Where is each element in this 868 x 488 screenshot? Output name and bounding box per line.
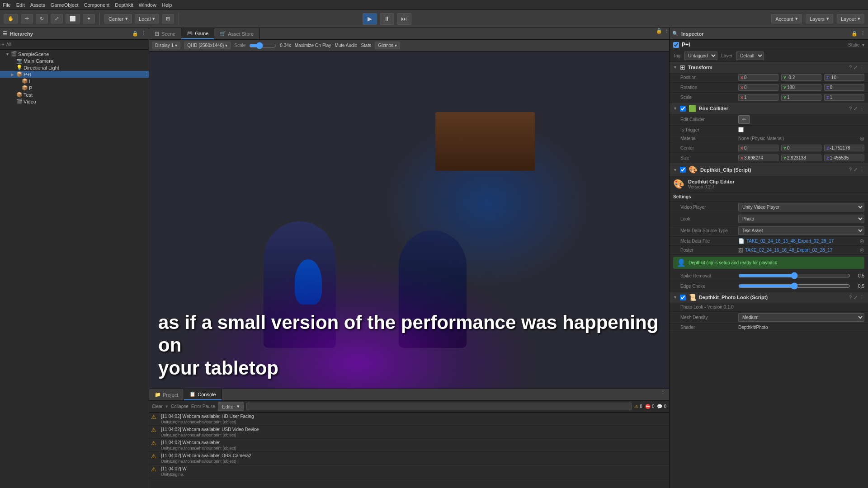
console-row-4[interactable]: ⚠ [11:04:02] W UnityEngine. [149,465,669,478]
layers-dropdown[interactable]: Layers ▾ [806,14,833,23]
rot-x-input[interactable] [744,85,762,90]
edit-collider-btn[interactable]: ✏ [738,115,750,124]
transform-more-icon[interactable]: ⋮ [859,65,864,70]
look-dropdown[interactable]: Photo [738,215,864,223]
layout-dropdown[interactable]: Layout ▾ [837,14,864,23]
menu-help[interactable]: Help [162,2,172,8]
play-button[interactable]: ▶ [363,13,377,25]
maximize-on-play-btn[interactable]: Maximize On Play [295,43,331,48]
mesh-density-dropdown[interactable]: Medium [738,313,864,322]
scale-y-input[interactable] [787,95,805,100]
box-collider-more-icon[interactable]: ⋮ [859,106,864,112]
edge-choke-slider[interactable] [738,282,850,290]
depthkit-clip-enabled[interactable] [680,167,686,173]
hier-pl-more[interactable]: ⋮ [144,71,149,77]
hierarchy-more-icon[interactable]: ⋮ [141,31,146,37]
pos-y-input[interactable] [787,75,805,80]
box-collider-header[interactable]: ▼ 🟩 Box Collider ? ⤢ ⋮ [670,103,868,114]
account-dropdown[interactable]: Account ▾ [771,14,802,23]
box-collider-expand-icon[interactable]: ⤢ [854,106,858,112]
mute-audio-btn[interactable]: Mute Audio [335,43,357,48]
static-dropdown-arrow[interactable]: ▾ [862,42,864,47]
clear-btn[interactable]: Clear [152,404,163,409]
depthkit-photo-expand-icon[interactable]: ⤢ [854,295,858,300]
is-trigger-checkbox[interactable] [738,127,744,132]
inspector-more-icon[interactable]: ⋮ [860,31,865,37]
menu-edit[interactable]: Edit [16,2,25,8]
console-row-0[interactable]: ⚠ [11:04:02] Webcam available: HD User F… [149,413,669,426]
depthkit-photo-more-icon[interactable]: ⋮ [859,295,864,300]
add-hierarchy-btn[interactable]: + [2,42,5,47]
meta-source-dropdown[interactable]: Text Asset [738,226,864,235]
pos-x-input[interactable] [744,75,762,80]
transform-header[interactable]: ▼ ⊞ Transform ? ⤢ ⋮ [670,62,868,73]
material-circle-icon[interactable]: ◎ [860,136,864,141]
step-button[interactable]: ⏭ [397,13,411,25]
menu-component[interactable]: Component [84,2,109,8]
tabs-more[interactable]: ⋮ [664,28,669,39]
hier-video[interactable]: 🎬 Video [0,98,149,105]
tab-lock[interactable]: 🔒 [656,28,662,39]
hier-sample-scene[interactable]: ▼ 🎬 SampleScene [0,51,149,57]
scale-slider[interactable] [249,42,276,49]
inspector-lock-icon[interactable]: 🔒 [851,31,858,37]
resolution-dropdown[interactable]: QHD (2560x1440) ▾ [184,42,231,49]
hier-p-plus-l[interactable]: ▶ 📦 P+l ⋮ [0,71,149,78]
tab-console[interactable]: 📋 Console [184,389,222,400]
depthkit-clip-more-icon[interactable]: ⋮ [859,167,864,173]
pos-z-input[interactable] [830,75,848,80]
layer-dropdown[interactable]: Default [736,52,764,60]
transform-expand-icon[interactable]: ⤢ [854,65,858,70]
tool-hand[interactable]: ✋ [4,14,18,23]
hierarchy-lock-icon[interactable]: 🔒 [132,31,138,37]
scale-z-input[interactable] [830,95,848,100]
menu-assets[interactable]: Assets [30,2,45,8]
console-row-3[interactable]: ⚠ [11:04:02] Webcam available: OBS-Camer… [149,452,669,465]
menu-file[interactable]: File [3,2,11,8]
hier-l[interactable]: 📦 l [0,78,149,84]
hier-main-camera[interactable]: 📷 Main Camera [0,57,149,64]
hier-directional-light[interactable]: 💡 Directional Light [0,64,149,71]
console-search[interactable] [246,403,632,410]
video-player-dropdown[interactable]: Unity Video Player [738,203,864,211]
editor-dropdown[interactable]: Editor ▾ [218,402,244,411]
tool-move[interactable]: ✛ [21,14,33,23]
menu-depthkit[interactable]: Depthkit [115,2,133,8]
hierarchy-filter-all[interactable]: All [6,42,11,47]
scale-x-input[interactable] [744,95,762,100]
tab-game[interactable]: 🎮 Game [181,28,214,39]
tool-custom[interactable]: ✦ [83,14,95,23]
depthkit-photo-enabled[interactable] [680,295,686,300]
stats-btn[interactable]: Stats [361,43,371,48]
hier-p[interactable]: 📦 P [0,84,149,91]
pause-button[interactable]: ⏸ [380,13,394,25]
tool-rect[interactable]: ⬜ [66,14,80,23]
depthkit-clip-help-icon[interactable]: ? [849,167,852,173]
display-dropdown[interactable]: Display 1 ▾ [152,42,180,49]
object-active-checkbox[interactable] [673,42,679,48]
console-row-1[interactable]: ⚠ [11:04:02] Webcam available: USB Video… [149,426,669,439]
spike-removal-slider[interactable] [738,272,850,279]
hier-test[interactable]: 📦 Test [0,91,149,98]
tag-dropdown[interactable]: Untagged [684,52,717,60]
error-pause-btn[interactable]: Error Pause [191,404,215,409]
tool-rotate[interactable]: ↻ [36,14,48,23]
tab-asset-store[interactable]: 🛒 Asset Store [214,28,259,39]
depthkit-photo-help-icon[interactable]: ? [849,295,852,300]
depthkit-photo-header[interactable]: ▼ 📜 Depthkit_Photo Look (Script) ? ⤢ ⋮ [670,292,868,303]
tool-scale[interactable]: ⤢ [51,14,63,23]
gizmos-dropdown[interactable]: Gizmos ▾ [375,42,400,49]
rot-z-input[interactable] [830,85,848,90]
tool-extra[interactable]: ⊞ [162,14,174,23]
depthkit-clip-header[interactable]: ▼ 🎨 Depthkit_Clip (Script) ? ⤢ ⋮ [670,164,868,176]
meta-file-circle[interactable]: ◎ [860,238,864,244]
tab-project[interactable]: 📁 Project [149,389,184,400]
console-row-2[interactable]: ⚠ [11:04:02] Webcam available: UnityEngi… [149,439,669,452]
menu-window[interactable]: Window [139,2,156,8]
space-dropdown[interactable]: Local ▾ [135,14,159,23]
tab-scene[interactable]: 🖼 Scene [149,28,181,39]
bottom-more[interactable]: ⋮ [657,389,669,400]
collapse-btn[interactable]: Collapse [171,404,189,409]
poster-circle[interactable]: ◎ [860,247,864,253]
pivot-dropdown[interactable]: Center ▾ [104,14,132,23]
